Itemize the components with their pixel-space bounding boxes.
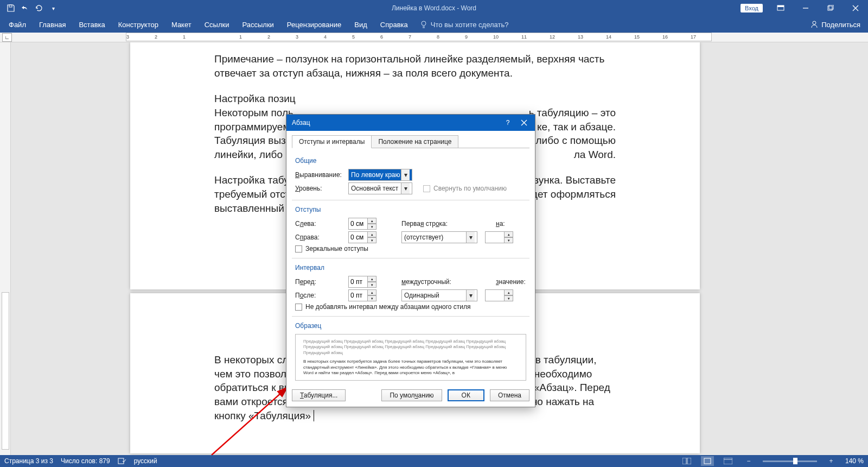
space-before-label: Перед:	[295, 278, 345, 286]
outline-level-label: Уровень:	[295, 185, 345, 192]
tab-help[interactable]: Справка	[374, 16, 414, 33]
line-spacing-select[interactable]: Одинарный▾	[401, 289, 477, 301]
group-general: Общие	[295, 157, 526, 165]
close-button[interactable]	[843, 0, 868, 16]
minimize-button[interactable]	[793, 0, 818, 16]
tab-design[interactable]: Конструктор	[112, 16, 165, 33]
alignment-select[interactable]: По левому краю▾	[348, 169, 412, 181]
tell-me-label: Что вы хотите сделать?	[431, 21, 509, 29]
mirror-indents-label: Зеркальные отступы	[305, 245, 368, 253]
collapse-label: Свернуть по умолчанию	[433, 185, 507, 192]
close-icon	[521, 119, 527, 126]
space-after-label: После:	[295, 292, 345, 299]
line-spacing-at-input[interactable]: ▴▾	[485, 289, 513, 301]
status-language[interactable]: русский	[134, 457, 157, 465]
person-icon	[810, 21, 818, 28]
zoom-slider[interactable]	[763, 460, 817, 462]
text-cursor	[311, 410, 314, 421]
redo-button[interactable]	[33, 2, 46, 15]
alignment-label: Выравнивание:	[295, 171, 345, 179]
tab-insert[interactable]: Вставка	[72, 16, 111, 33]
group-indentation: Отступы	[295, 206, 526, 213]
undo-button[interactable]	[18, 2, 31, 15]
tab-home[interactable]: Главная	[33, 16, 72, 33]
tab-review[interactable]: Рецензирование	[280, 16, 348, 33]
mirror-indents-checkbox[interactable]	[295, 245, 302, 253]
chevron-down-icon: ▾	[466, 232, 475, 243]
sign-in-button[interactable]: Вход	[741, 4, 763, 12]
indent-left-label: Слева:	[295, 220, 345, 228]
group-preview: Образец	[295, 322, 526, 330]
dialog-titlebar[interactable]: Абзац ?	[286, 115, 535, 131]
cancel-button[interactable]: Отмена	[490, 389, 529, 401]
read-mode-button[interactable]	[680, 456, 693, 466]
paragraph-dialog: Абзац ? Отступы и интервалы Положение на…	[286, 114, 535, 407]
qat-customize-icon[interactable]: ▾	[47, 2, 60, 15]
print-layout-button[interactable]	[701, 456, 714, 466]
outline-level-select[interactable]: Основной текст▾	[348, 182, 412, 194]
tab-selector-button[interactable]: ∟	[2, 33, 12, 42]
space-after-input[interactable]: ▴▾	[348, 289, 376, 301]
svg-rect-2	[777, 5, 784, 7]
ok-button[interactable]: ОК	[448, 389, 484, 401]
svg-point-9	[813, 21, 816, 24]
document-title: Линейка в Word.docx - Word	[392, 4, 476, 12]
preview-box: Предыдущий абзац Предыдущий абзац Предыд…	[295, 334, 526, 381]
svg-rect-12	[682, 458, 686, 464]
line-spacing-label: междустрочный:	[401, 278, 462, 286]
by-label: на:	[496, 220, 526, 228]
no-space-same-style-checkbox[interactable]	[295, 304, 302, 311]
save-button[interactable]	[4, 2, 17, 15]
space-before-input[interactable]: ▴▾	[348, 276, 376, 288]
indent-right-input[interactable]: ▴▾	[348, 231, 376, 243]
set-default-button[interactable]: По умолчанию	[381, 389, 442, 401]
svg-rect-14	[704, 458, 711, 464]
first-line-by-input[interactable]: ▴▾	[485, 231, 513, 243]
horizontal-ruler-area: ∟ 3211234567891011121314151617	[0, 33, 868, 42]
maximize-button[interactable]	[818, 0, 843, 16]
zoom-out-button[interactable]: −	[742, 456, 755, 466]
svg-rect-15	[724, 458, 732, 464]
tab-layout[interactable]: Макет	[165, 16, 198, 33]
tab-references[interactable]: Ссылки	[198, 16, 236, 33]
document-area: Примечание – ползунок на горизонтальной …	[0, 42, 868, 455]
first-line-select[interactable]: (отсутствует)▾	[401, 231, 477, 243]
svg-rect-5	[829, 5, 833, 9]
chevron-down-icon: ▾	[466, 290, 475, 301]
svg-rect-13	[687, 458, 691, 464]
lightbulb-icon	[420, 21, 427, 28]
svg-point-6	[422, 21, 426, 26]
at-label: значение:	[496, 278, 526, 286]
title-bar: ▾ Линейка в Word.docx - Word Вход	[0, 0, 868, 16]
tab-view[interactable]: Вид	[348, 16, 374, 33]
status-word-count[interactable]: Число слов: 879	[61, 457, 110, 465]
horizontal-ruler[interactable]: 3211234567891011121314151617	[126, 33, 712, 41]
no-space-same-style-label: Не добавлять интервал между абзацами одн…	[305, 303, 471, 311]
tab-line-page-breaks[interactable]: Положение на странице	[372, 135, 458, 148]
status-bar: Страница 3 из 3 Число слов: 879 русский …	[0, 455, 868, 467]
dialog-title: Абзац	[292, 119, 310, 127]
vertical-ruler[interactable]	[0, 42, 11, 455]
status-page[interactable]: Страница 3 из 3	[4, 457, 53, 465]
group-spacing: Интервал	[295, 264, 526, 272]
tabs-button[interactable]: Табуляция...	[292, 389, 346, 401]
ribbon-display-button[interactable]	[768, 0, 793, 16]
tab-file[interactable]: Файл	[2, 16, 33, 33]
chevron-down-icon: ▾	[401, 183, 410, 194]
dialog-close-button[interactable]	[513, 115, 535, 131]
zoom-level[interactable]: 140 %	[845, 457, 864, 465]
tab-mailings[interactable]: Рассылки	[235, 16, 280, 33]
indent-left-input[interactable]: ▴▾	[348, 218, 376, 230]
indent-right-label: Справа:	[295, 234, 345, 241]
tell-me-search[interactable]: Что вы хотите сделать?	[414, 16, 514, 33]
share-label: Поделиться	[821, 21, 860, 29]
paragraph: Примечание – ползунок на горизонтальной …	[214, 52, 616, 80]
zoom-in-button[interactable]: +	[825, 456, 838, 466]
first-line-label: Первая строка:	[401, 220, 462, 228]
share-button[interactable]: Поделиться	[803, 16, 868, 33]
tab-indents-spacing[interactable]: Отступы и интервалы	[292, 135, 372, 148]
spell-check-icon[interactable]	[118, 457, 126, 465]
svg-rect-0	[9, 5, 12, 7]
web-layout-button[interactable]	[722, 456, 735, 466]
chevron-down-icon: ▾	[401, 169, 410, 180]
